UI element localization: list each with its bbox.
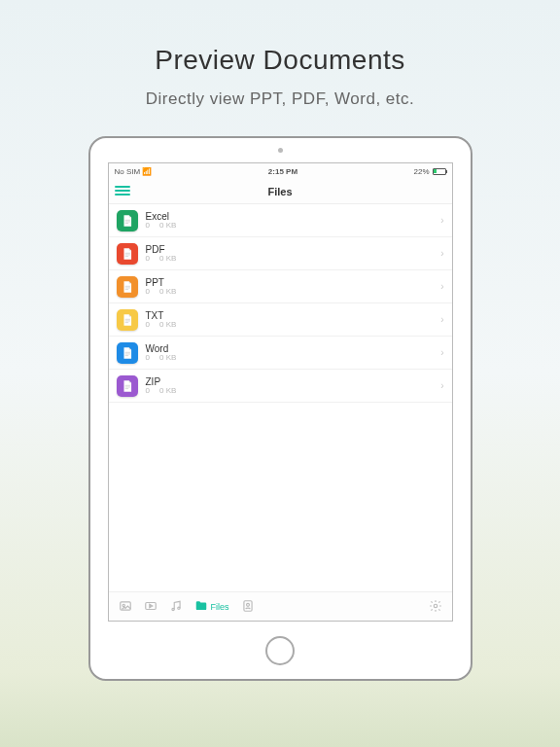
file-sub: 00 KB bbox=[146, 288, 177, 297]
chevron-right-icon: › bbox=[440, 314, 443, 325]
tab-video[interactable] bbox=[144, 599, 158, 615]
tab-folder[interactable]: Files bbox=[194, 599, 229, 615]
status-battery-pct: 22% bbox=[413, 167, 429, 176]
tab-contact[interactable] bbox=[241, 599, 255, 615]
file-row-txt[interactable]: TXT00 KB› bbox=[109, 303, 452, 337]
bottom-toolbar: Files bbox=[109, 591, 452, 621]
file-meta: Word00 KB bbox=[146, 343, 177, 363]
wifi-icon: 📶 bbox=[142, 167, 152, 176]
svg-point-19 bbox=[122, 604, 124, 606]
chevron-right-icon: › bbox=[440, 215, 443, 226]
photo-icon bbox=[119, 599, 132, 615]
svg-rect-6 bbox=[124, 285, 129, 286]
svg-rect-3 bbox=[124, 252, 129, 253]
svg-rect-7 bbox=[124, 287, 129, 288]
txt-icon bbox=[117, 309, 138, 331]
file-sub: 00 KB bbox=[146, 321, 177, 330]
svg-rect-2 bbox=[124, 223, 128, 224]
nav-bar: Files bbox=[109, 179, 452, 204]
tab-music[interactable] bbox=[169, 599, 183, 615]
camera-dot bbox=[278, 148, 283, 153]
file-sub: 00 KB bbox=[146, 354, 177, 363]
svg-rect-15 bbox=[124, 384, 129, 385]
svg-rect-17 bbox=[124, 388, 128, 389]
chevron-right-icon: › bbox=[440, 380, 443, 391]
svg-point-22 bbox=[177, 607, 179, 609]
excel-icon bbox=[117, 210, 138, 231]
file-meta: PDF00 KB bbox=[146, 244, 177, 264]
contact-icon bbox=[241, 599, 255, 615]
file-sub: 00 KB bbox=[146, 255, 177, 264]
svg-rect-4 bbox=[124, 254, 129, 255]
settings-button[interactable] bbox=[429, 599, 442, 615]
status-carrier: No SIM 📶 bbox=[115, 167, 153, 176]
video-icon bbox=[144, 599, 158, 615]
svg-rect-5 bbox=[124, 256, 128, 257]
chevron-right-icon: › bbox=[440, 347, 443, 358]
svg-point-25 bbox=[434, 604, 438, 608]
ppt-icon bbox=[117, 276, 138, 298]
word-icon bbox=[117, 342, 138, 364]
zip-icon bbox=[117, 375, 138, 397]
chevron-right-icon: › bbox=[440, 248, 443, 259]
pdf-icon bbox=[117, 243, 138, 265]
page-subtitle: Directly view PPT, PDF, Word, etc. bbox=[146, 89, 414, 109]
svg-rect-0 bbox=[124, 219, 129, 220]
svg-rect-10 bbox=[124, 320, 129, 321]
file-list: Excel00 KB›PDF00 KB›PPT00 KB›TXT00 KB›Wo… bbox=[109, 204, 452, 591]
svg-rect-14 bbox=[124, 355, 128, 356]
file-row-pdf[interactable]: PDF00 KB› bbox=[109, 237, 452, 270]
status-bar: No SIM 📶 2:15 PM 22% bbox=[109, 163, 452, 179]
svg-point-24 bbox=[246, 603, 249, 606]
file-meta: PPT00 KB bbox=[146, 277, 177, 297]
home-button[interactable] bbox=[265, 636, 295, 665]
file-meta: ZIP00 KB bbox=[146, 376, 177, 396]
chevron-right-icon: › bbox=[440, 281, 443, 292]
file-sub: 00 KB bbox=[146, 222, 177, 231]
svg-rect-13 bbox=[124, 353, 129, 354]
file-row-word[interactable]: Word00 KB› bbox=[109, 337, 452, 370]
settings-icon bbox=[429, 599, 442, 615]
ipad-frame: No SIM 📶 2:15 PM 22% Files Excel00 KB›PD… bbox=[88, 136, 472, 681]
tab-photo[interactable] bbox=[119, 599, 132, 615]
music-icon bbox=[169, 599, 183, 615]
file-row-excel[interactable]: Excel00 KB› bbox=[109, 204, 452, 237]
file-meta: TXT00 KB bbox=[146, 310, 177, 330]
folder-icon bbox=[194, 599, 208, 615]
svg-rect-9 bbox=[124, 318, 129, 319]
svg-rect-1 bbox=[124, 221, 129, 222]
device-screen: No SIM 📶 2:15 PM 22% Files Excel00 KB›PD… bbox=[108, 162, 453, 622]
svg-point-21 bbox=[171, 608, 173, 610]
tab-label: Files bbox=[211, 602, 229, 612]
svg-rect-16 bbox=[124, 386, 129, 387]
file-meta: Excel00 KB bbox=[146, 211, 177, 231]
svg-rect-8 bbox=[124, 289, 128, 290]
battery-icon bbox=[433, 168, 446, 175]
file-sub: 00 KB bbox=[146, 387, 177, 396]
svg-rect-11 bbox=[124, 322, 128, 323]
svg-rect-12 bbox=[124, 351, 129, 352]
file-row-zip[interactable]: ZIP00 KB› bbox=[109, 370, 452, 403]
menu-button[interactable] bbox=[115, 184, 130, 199]
page-title: Preview Documents bbox=[155, 45, 404, 76]
nav-title: Files bbox=[267, 186, 292, 197]
status-time: 2:15 PM bbox=[268, 167, 298, 176]
file-row-ppt[interactable]: PPT00 KB› bbox=[109, 270, 452, 303]
